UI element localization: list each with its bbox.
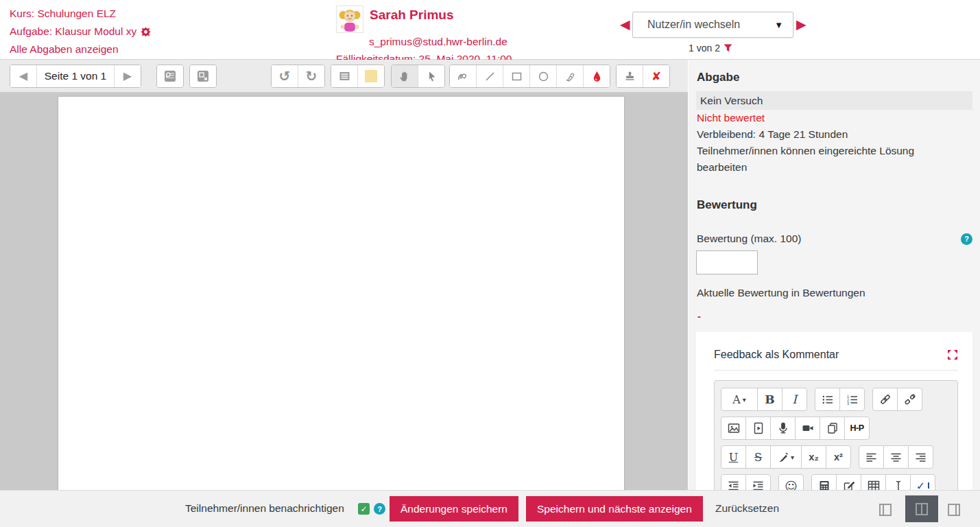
grade-heading: Bewertung — [697, 198, 972, 212]
equation-editor-button[interactable] — [836, 474, 861, 491]
indent-button[interactable] — [745, 474, 771, 491]
unordered-list-button[interactable] — [815, 388, 840, 411]
submission-heading: Abgabe — [697, 71, 972, 84]
comment-icon — [339, 71, 350, 82]
student-name[interactable]: Sarah Primus — [370, 7, 454, 23]
oval-tool-button[interactable] — [530, 65, 557, 87]
pen-scribble-icon — [457, 71, 469, 82]
svg-text:3: 3 — [847, 401, 849, 406]
unlink-button[interactable] — [897, 388, 922, 411]
stamp-tool-button[interactable] — [617, 65, 643, 87]
search-comments-group — [156, 65, 184, 88]
drag-select-group — [391, 65, 445, 88]
highlight-pen-icon — [564, 71, 576, 82]
bullet-list-icon — [822, 394, 833, 406]
strikethrough-button[interactable]: S — [745, 445, 771, 469]
previous-page-button[interactable]: ◀ — [10, 65, 37, 87]
select-tool-button[interactable] — [418, 65, 444, 87]
rectangle-tool-button[interactable] — [503, 65, 530, 87]
next-user-button[interactable]: ▶ — [796, 18, 806, 31]
comment-tool-button[interactable] — [331, 65, 358, 87]
line-icon — [484, 71, 496, 82]
italic-button[interactable]: I — [782, 388, 807, 411]
emoji-picker-button[interactable]: ☺ — [778, 474, 804, 491]
font-family-button[interactable]: A ▾ — [721, 388, 758, 411]
student-info: Sarah Primus s_primus@stud.hwr-berlin.de… — [336, 5, 512, 65]
chevron-down-icon: ▾ — [791, 454, 794, 461]
attempt-status: Kein Versuch — [696, 91, 972, 110]
unlink-icon — [904, 393, 916, 406]
user-switch-label: Nutzer/in wechseln — [633, 19, 774, 31]
expand-comments-button[interactable] — [190, 65, 216, 87]
annotation-colour-button[interactable] — [584, 65, 610, 87]
settings-gear-icon[interactable] — [141, 27, 151, 37]
course-link[interactable]: Kurs: Schulungen ELZ — [10, 5, 151, 23]
grading-panel: Abgabe Kein Versuch Nicht bewertet Verbl… — [689, 60, 980, 491]
assignment-link[interactable]: Aufgabe: Klausur Modul xy — [10, 23, 136, 40]
calculator-button[interactable] — [811, 474, 837, 491]
h5p-button[interactable]: H-P — [844, 417, 870, 440]
save-changes-button[interactable]: Änderungen speichern — [390, 496, 518, 522]
feedback-title: Feedback als Kommentar — [714, 349, 839, 361]
save-and-show-next-button[interactable]: Speichern und nächste anzeigen — [526, 496, 703, 522]
comment-colour-yellow-swatch — [365, 70, 377, 82]
notify-students-checkbox[interactable]: ✓ — [358, 503, 370, 515]
line-tool-button[interactable] — [477, 65, 503, 87]
layout-split-view-button[interactable] — [905, 495, 938, 522]
search-comments-button[interactable] — [157, 65, 183, 87]
chevron-down-icon: ▼ — [774, 20, 793, 30]
rotate-clockwise-button[interactable]: ↻ — [298, 65, 324, 87]
align-center-button[interactable] — [883, 445, 909, 469]
link-button[interactable] — [872, 388, 898, 411]
wiris-math-button[interactable]: ✓ — [910, 474, 935, 491]
view-all-submissions-link[interactable]: Alle Abgaben anzeigen — [10, 40, 151, 58]
drag-tool-button[interactable] — [392, 65, 418, 87]
numbered-list-icon: 123 — [846, 394, 858, 406]
current-grade-value[interactable]: - — [696, 310, 972, 322]
layout-collapse-left-button[interactable] — [879, 503, 892, 517]
student-email: s_primus@stud.hwr-berlin.de — [369, 36, 512, 48]
comment-colour-button[interactable] — [358, 65, 384, 87]
insert-image-button[interactable] — [721, 417, 746, 440]
filter-icon[interactable] — [724, 44, 732, 52]
smiley-icon: ☺ — [785, 479, 798, 491]
underline-button[interactable]: U — [721, 445, 746, 469]
align-center-icon — [890, 452, 902, 463]
notify-students-label: Teilnehmer/innen benachrichtigen — [185, 502, 344, 515]
layout-collapse-right-button[interactable] — [947, 503, 961, 517]
next-page-button[interactable]: ▶ — [115, 65, 141, 87]
notify-help-icon[interactable]: ? — [374, 503, 385, 515]
pdf-canvas-area — [0, 93, 688, 491]
grade-help-icon[interactable]: ? — [961, 233, 972, 245]
expand-region-icon — [197, 70, 209, 82]
pen-tool-button[interactable] — [450, 65, 477, 87]
delete-annotation-button[interactable]: ✘ — [643, 65, 669, 87]
insert-media-button[interactable] — [745, 417, 771, 440]
red-droplet-icon — [592, 71, 602, 82]
superscript-button[interactable]: x² — [826, 445, 851, 469]
grade-input[interactable] — [696, 250, 758, 274]
user-switch-select[interactable]: Nutzer/in wechseln ▼ — [632, 12, 793, 38]
align-right-button[interactable] — [908, 445, 933, 469]
outdent-button[interactable] — [721, 474, 746, 491]
manage-files-button[interactable] — [820, 417, 845, 440]
record-video-button[interactable] — [795, 417, 820, 440]
ordered-list-button[interactable]: 123 — [839, 388, 865, 411]
record-audio-button[interactable] — [770, 417, 796, 440]
subscript-button[interactable]: x₂ — [801, 445, 826, 469]
table-button[interactable] — [861, 474, 886, 491]
bold-button[interactable]: B — [757, 388, 782, 411]
user-count-label: 1 von 2 — [689, 43, 720, 54]
paintbrush-icon — [778, 452, 789, 462]
expand-editor-icon[interactable] — [947, 349, 958, 360]
reset-button[interactable]: Zurücksetzen — [715, 502, 779, 515]
previous-user-button[interactable]: ◀ — [620, 18, 630, 31]
align-left-button[interactable] — [859, 445, 884, 469]
student-avatar[interactable] — [336, 5, 363, 33]
text-colour-button[interactable]: ▾ — [770, 445, 802, 469]
highlight-tool-button[interactable] — [557, 65, 584, 87]
rotate-counterclockwise-button[interactable]: ↺ — [272, 65, 298, 87]
special-character-button[interactable] — [885, 474, 911, 491]
feedback-comments-card: Feedback als Kommentar A ▾ B I — [696, 332, 972, 491]
document-page[interactable] — [58, 97, 624, 491]
